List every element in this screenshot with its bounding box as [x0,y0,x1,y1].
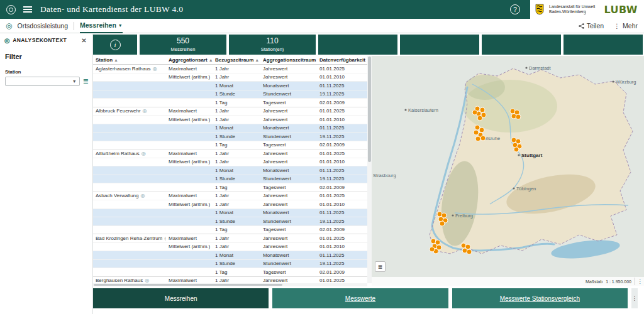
aggregationsart-cell: Maximalwert [166,193,213,198]
table-row[interactable]: 1 MonatMonatswert01.11.2025 [93,82,367,90]
bottom-tab-messwerte-stationsvergleich[interactable]: Messwerte Stationsvergleich [452,288,628,308]
col-bezugszeitraum[interactable]: Bezugszeitraum▲ [213,57,260,63]
station-marker[interactable] [514,147,519,152]
bottom-tab-messreihen[interactable]: Messreihen [93,288,269,308]
locate-station-icon[interactable]: ◎ [145,278,149,283]
context-icon[interactable]: ◎ [6,22,12,30]
station-list-button[interactable]: ≣ [83,78,89,85]
table-row[interactable]: 1 MonatMonatswert01.11.2025 [93,251,367,260]
station-marker[interactable] [480,107,485,112]
table-row[interactable]: Mittelwert (arithm.)1 JahrJahreswert01.0… [93,243,367,252]
map-footer: Maßstab 1 : 1.950.000 ⋮ [372,277,644,286]
chevron-down-icon: ▼ [72,79,77,84]
col-aggregationsart[interactable]: Aggregationsart▲ [166,57,213,63]
help-icon[interactable]: ? [510,4,520,14]
stat-value: 110 [266,37,278,45]
bottom-tab-messwerte[interactable]: Messwerte [272,288,448,308]
sidebar-title: ANALYSEKONTEXT [13,37,80,43]
close-icon[interactable]: ✕ [80,37,88,44]
legend-button[interactable]: ≣ [375,261,386,272]
stats-row: i 550 Messreihen 110 Station(en) [93,35,643,55]
table-row[interactable]: Albbruck Feuerwehr◎Maximalwert1 JahrJahr… [93,107,367,116]
table-row[interactable]: Aglasterhausen Rathaus◎Maximalwert1 Jahr… [93,65,367,73]
scale-options-icon[interactable]: ⋮ [635,278,642,285]
app-window: Daten- und Kartendienst der LUBW 4.0 ? L… [0,0,644,314]
station-marker[interactable] [430,247,435,252]
locate-station-icon[interactable]: ◎ [142,151,146,156]
tab-messreihen[interactable]: Messreihen ▼ [80,19,123,33]
datenverfuegbarkeit-cell: 19.11.2025 [317,219,367,224]
locate-station-icon[interactable]: ◎ [143,108,147,114]
station-marker[interactable] [440,221,445,226]
table-row[interactable]: Mittelwert (arithm.)1 JahrJahreswert01.0… [93,158,367,167]
locate-station-icon[interactable]: ◎ [153,66,157,72]
messreihen-table: Station▲ Aggregationsart▲ Bezugszeitraum… [93,56,367,283]
table-row[interactable]: 1 TagTageswert02.01.2009 [93,268,367,277]
table-row[interactable]: 1 MonatMonatswert01.11.2025 [93,124,367,133]
share-button[interactable]: Teilen [579,22,604,30]
station-name: Altlußheim Rathaus [96,151,140,156]
table-row[interactable]: 1 TagTageswert02.01.2009 [93,141,367,150]
horizontal-scrollbar[interactable] [93,283,367,286]
app-title: Daten- und Kartendienst der LUBW 4.0 [40,4,183,14]
scale-value[interactable]: 1 : 1.950.000 [606,279,631,284]
station-marker[interactable] [516,114,521,119]
menu-icon[interactable] [23,6,32,13]
station-select[interactable]: ▼ [5,77,80,86]
table-row[interactable]: 1 StundeStundenwert19.11.2025 [93,133,367,141]
locate-station-icon[interactable]: ◎ [141,193,145,198]
table-row[interactable]: 1 MonatMonatswert01.11.2025 [93,166,367,175]
bezugszeitraum-cell: 1 Jahr [213,278,260,283]
analysis-sidebar: ◎ ANALYSEKONTEXT ✕ Filter Station ▼ ≣ [0,34,93,314]
table-row[interactable]: 1 StundeStundenwert19.11.2025 [93,260,367,269]
table-row[interactable]: Mittelwert (arithm.)1 JahrJahreswert01.0… [93,116,367,124]
table-row[interactable]: 1 StundeStundenwert19.11.2025 [93,90,367,99]
station-marker[interactable] [472,110,477,115]
table-row[interactable]: Berghausen Rathaus◎Maximalwert1 JahrJahr… [93,277,367,284]
info-tile[interactable]: i [93,35,137,55]
table-row[interactable]: 1 TagTageswert02.01.2009 [93,99,367,107]
station-marker[interactable] [479,127,484,133]
station-marker[interactable] [477,116,482,121]
station-marker[interactable] [467,249,472,254]
table-row[interactable]: 1 TagTageswert02.01.2009 [93,183,367,192]
table-row[interactable]: Asbach Verwaltung◎Maximalwert1 JahrJahre… [93,192,367,201]
col-station[interactable]: Station▲ [93,57,166,63]
scrollbar-thumb[interactable] [94,284,282,286]
col-datenverfuegbarkeit[interactable]: Datenverfügbarkeit▲ [317,57,367,63]
vertical-scrollbar[interactable] [367,56,372,283]
table-row[interactable]: 1 TagTageswert02.01.2009 [93,226,367,235]
target-icon[interactable] [6,5,16,14]
table-row[interactable]: 1 StundeStundenwert19.11.2025 [93,217,367,226]
station-cell: Asbach Verwaltung◎ [93,193,166,198]
table-row[interactable]: Bad Krozingen Reha-Zentrum◎Maximalwert1 … [93,234,367,243]
map-canvas[interactable]: DarmstadtWürzburgKaiserslauternKarlsruhe… [372,56,644,286]
table-row[interactable]: 1 StundeStundenwert19.11.2025 [93,175,367,184]
table-row[interactable]: Altlußheim Rathaus◎Maximalwert1 JahrJahr… [93,149,367,158]
col-aggregationszeitraum[interactable]: Aggregationszeitraum▲ [260,57,317,63]
station-name: Albbruck Feuerwehr [96,108,141,114]
analysis-context-icon: ◎ [4,37,10,44]
station-cell: Aglasterhausen Rathaus◎ [93,66,166,72]
bezugszeitraum-cell: 1 Stunde [213,219,260,224]
stat-tile-stationen: 110 Station(en) [229,35,316,55]
scrollbar-thumb[interactable] [368,57,371,162]
station-marker[interactable] [475,136,480,141]
aggregationsart-cell: Mittelwert (arithm.) [166,74,213,80]
aggregationsart-cell: Maximalwert [166,108,213,114]
sort-asc-icon: ▲ [255,58,259,62]
table-row[interactable]: Mittelwert (arithm.)1 JahrJahreswert01.0… [93,73,367,82]
table-row[interactable]: Mittelwert (arithm.)1 JahrJahreswert01.0… [93,200,367,209]
aggregationszeitraum-cell: Tageswert [260,185,317,190]
bezugszeitraum-cell: 1 Tag [213,227,260,232]
aggregationszeitraum-cell: Stundenwert [260,134,317,139]
stat-tile-empty [400,35,479,55]
more-button[interactable]: ⋮ Mehr [614,22,638,30]
stat-label: Messreihen [171,46,196,52]
city-label: Freiburg [455,213,473,219]
table-row[interactable]: 1 MonatMonatswert01.11.2025 [93,209,367,218]
station-marker[interactable] [480,136,486,141]
tab-ortsdosisleistung[interactable]: Ortsdosisleistung [17,22,68,30]
datenverfuegbarkeit-cell: 02.01.2009 [317,185,367,190]
bottom-more-button[interactable]: ⋮ [631,288,638,308]
